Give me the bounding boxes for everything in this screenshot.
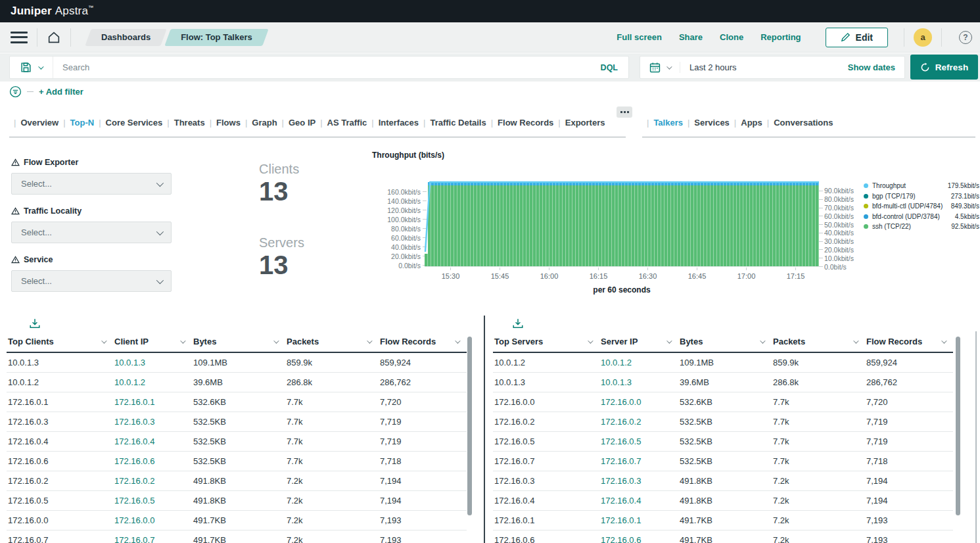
main-tab[interactable]: Flows	[205, 118, 241, 128]
column-header[interactable]: Top Servers	[493, 337, 599, 346]
server-ip-link[interactable]: 10.0.1.2	[599, 358, 678, 367]
dql-toggle[interactable]: DQL	[601, 63, 628, 72]
main-tab[interactable]: Traffic Details	[419, 118, 486, 128]
header-action-link[interactable]: Clone	[720, 32, 743, 42]
calendar-control[interactable]	[649, 62, 680, 73]
time-range-picker[interactable]: Last 2 hours Show dates	[640, 56, 905, 79]
search-input[interactable]	[53, 62, 601, 72]
table-scrollbar[interactable]	[956, 337, 960, 515]
download-icon[interactable]	[512, 318, 524, 329]
breadcrumb-tab[interactable]: Dashboards	[88, 29, 164, 46]
server-ip-link[interactable]: 172.16.0.6	[599, 535, 678, 543]
packets-cell: 7.7k	[285, 417, 379, 427]
help-icon[interactable]: ?	[959, 31, 972, 44]
flow-records-cell: 859,924	[379, 358, 467, 367]
table-header: Top ClientsClient IPBytesPacketsFlow Rec…	[7, 331, 467, 353]
server-ip-link[interactable]: 172.16.0.7	[599, 456, 678, 466]
divider	[37, 28, 37, 47]
header-action-link[interactable]: Reporting	[760, 32, 801, 42]
main-tab[interactable]: AS Traffic	[315, 118, 367, 128]
menu-icon[interactable]	[11, 32, 28, 43]
column-header[interactable]: Flow Records	[379, 337, 467, 346]
edit-button[interactable]: Edit	[826, 28, 888, 47]
server-ip-link[interactable]: 172.16.0.3	[599, 476, 678, 486]
sub-tab[interactable]: Apps	[730, 118, 762, 128]
client-ip-link[interactable]: 10.0.1.3	[113, 358, 192, 367]
column-header[interactable]: Flow Records	[865, 337, 953, 346]
main-tab[interactable]: Top-N	[58, 118, 94, 128]
client-ip-link[interactable]: 172.16.0.2	[113, 476, 192, 486]
saved-queries-control[interactable]	[10, 57, 53, 78]
main-tab[interactable]: Overview	[9, 118, 58, 128]
header-action-link[interactable]: Full screen	[617, 32, 662, 42]
client-ip-link[interactable]: 172.16.0.3	[113, 417, 192, 427]
column-header[interactable]: Bytes	[192, 337, 285, 346]
legend-item[interactable]: Throughput 179.5kbit/s	[864, 182, 979, 189]
breadcrumb-tab[interactable]: Flow: Top Talkers	[168, 29, 266, 46]
legend-item[interactable]: bfd-control (UDP/3784) 4.5kbit/s	[864, 213, 979, 220]
main-tab[interactable]: Exporters	[553, 118, 605, 128]
filter-icon[interactable]	[9, 85, 22, 98]
refresh-button[interactable]: Refresh	[910, 55, 978, 80]
page-scrollbar[interactable]	[975, 331, 977, 543]
show-dates-link[interactable]: Show dates	[848, 62, 895, 72]
column-header[interactable]: Client IP	[113, 337, 192, 346]
client-ip-link[interactable]: 172.16.0.4	[113, 437, 192, 446]
filter-group: Traffic Locality Select...	[11, 206, 172, 243]
server-ip-link[interactable]: 172.16.0.1	[599, 515, 678, 525]
bytes-cell: 39.6MB	[192, 377, 285, 387]
refresh-icon	[920, 62, 930, 72]
table-row: 10.0.1.3 10.0.1.3 39.6MB 286.8k 286,762	[493, 373, 953, 392]
client-ip-link[interactable]: 10.0.1.2	[113, 377, 192, 387]
table-scrollbar[interactable]	[467, 337, 472, 515]
main-tab[interactable]: Interfaces	[367, 118, 419, 128]
filter-select[interactable]: Select...	[11, 270, 172, 292]
chart-x-axis: 15:3015:4516:0016:1516:3016:4517:0017:15	[426, 268, 820, 280]
table-row: 172.16.0.6 172.16.0.6 532.5KB 7.7k 7,718	[7, 452, 467, 471]
sub-tab[interactable]: Talkers	[642, 118, 683, 128]
column-header[interactable]: Bytes	[678, 337, 772, 346]
sub-tab[interactable]: Conversations	[762, 118, 833, 128]
legend-swatch	[864, 204, 868, 208]
main-tab[interactable]: Core Services	[94, 118, 162, 128]
tick-mark	[819, 258, 823, 258]
server-cell: 172.16.0.4	[493, 496, 599, 506]
header-action-link[interactable]: Share	[679, 32, 703, 42]
download-icon[interactable]	[29, 318, 41, 329]
sub-tab[interactable]: Services	[683, 118, 730, 128]
more-options-button[interactable]	[617, 106, 632, 118]
user-avatar[interactable]: a	[914, 28, 932, 47]
filter-select[interactable]: Select...	[11, 173, 172, 195]
server-ip-link[interactable]: 10.0.1.3	[599, 377, 678, 387]
client-ip-link[interactable]: 172.16.0.6	[113, 456, 192, 466]
main-tab[interactable]: Graph	[241, 118, 277, 128]
add-filter-button[interactable]: + Add filter	[39, 87, 83, 97]
flow-records-cell: 7,719	[865, 437, 953, 446]
legend-item[interactable]: bgp (TCP/179) 273.1bit/s	[864, 193, 979, 200]
server-ip-link[interactable]: 172.16.0.0	[599, 397, 678, 407]
refresh-button-label: Refresh	[935, 62, 968, 72]
column-header[interactable]: Packets	[772, 337, 865, 346]
sort-chevron-icon	[588, 338, 593, 343]
main-tab[interactable]: Geo IP	[277, 118, 316, 128]
filter-select[interactable]: Select...	[11, 222, 172, 243]
home-icon[interactable]	[47, 30, 61, 45]
table-row: 172.16.0.5 172.16.0.5 532.5KB 7.7k 7,719	[493, 432, 953, 452]
column-header[interactable]: Packets	[285, 337, 379, 346]
legend-item[interactable]: ssh (TCP/22) 92.5kbit/s	[864, 223, 979, 230]
legend-item[interactable]: bfd-multi-ctl (UDP/4784) 849.3bit/s	[864, 202, 979, 210]
server-ip-link[interactable]: 172.16.0.2	[599, 417, 678, 427]
axis-tick-label: 80.0kbit/s	[824, 195, 854, 203]
client-ip-link[interactable]: 172.16.0.5	[113, 496, 192, 506]
server-ip-link[interactable]: 172.16.0.4	[599, 496, 678, 506]
legend-value: 179.5kbit/s	[948, 182, 979, 189]
column-header[interactable]: Server IP	[599, 337, 678, 346]
legend-value: 849.3bit/s	[951, 202, 979, 210]
main-tab[interactable]: Threats	[162, 118, 204, 128]
server-ip-link[interactable]: 172.16.0.5	[599, 437, 678, 446]
client-ip-link[interactable]: 172.16.0.1	[113, 397, 192, 407]
column-header[interactable]: Top Clients	[7, 337, 113, 346]
client-ip-link[interactable]: 172.16.0.7	[113, 535, 192, 543]
client-ip-link[interactable]: 172.16.0.0	[113, 515, 192, 525]
main-tab[interactable]: Flow Records	[486, 118, 554, 128]
